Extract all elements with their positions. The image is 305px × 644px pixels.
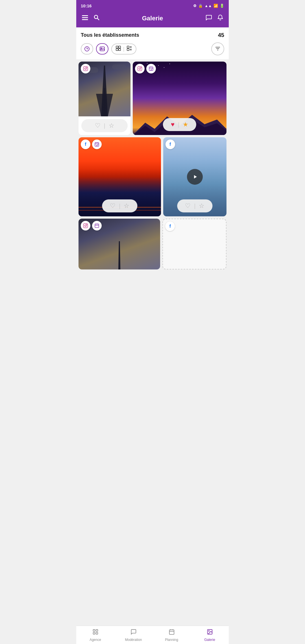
- gallery-card-2: ♥ | ★: [133, 62, 226, 135]
- svg-rect-9: [119, 46, 121, 48]
- svg-rect-12: [127, 46, 129, 48]
- svg-rect-21: [84, 67, 88, 71]
- card-4-like-button[interactable]: ♡: [182, 202, 193, 210]
- bottom-nav: Agence Modération Planning: [76, 626, 229, 644]
- card-4-star-button[interactable]: ☆: [196, 202, 207, 210]
- svg-rect-51: [169, 630, 174, 635]
- card-1-like-button[interactable]: ♡: [92, 121, 103, 130]
- lock-icon: 🔒: [198, 4, 203, 8]
- card-3-actions: ♡ | ☆: [102, 199, 137, 212]
- svg-rect-10: [116, 49, 118, 51]
- calendar-icon-3: [92, 140, 102, 149]
- menu-button[interactable]: [81, 14, 89, 23]
- svg-point-28: [141, 67, 141, 68]
- recent-filter-button[interactable]: [81, 43, 93, 55]
- status-bar: 10:16 ⚙ 🔒 ▲▲ 📶 🔋: [76, 0, 229, 10]
- wifi-icon: ▲▲: [204, 4, 212, 8]
- app-header: Galerie: [76, 10, 229, 27]
- calendar-icon-2: [146, 64, 156, 73]
- planning-label: Planning: [165, 638, 178, 642]
- gallery-grid: ♡ | ☆: [76, 59, 229, 636]
- agence-icon: [92, 629, 99, 637]
- svg-point-56: [208, 630, 209, 631]
- svg-point-23: [86, 67, 87, 68]
- svg-rect-1: [82, 17, 88, 18]
- card-1-icons: [81, 64, 90, 73]
- galerie-icon: [207, 629, 213, 637]
- subheader-top: Tous les établissements 45: [81, 32, 224, 38]
- status-time: 10:16: [81, 3, 91, 8]
- signal-icon: 📶: [213, 4, 218, 8]
- subheader: Tous les établissements 45: [76, 27, 229, 59]
- planning-icon: [169, 629, 175, 637]
- card-4-icons: f: [165, 140, 175, 149]
- gallery-card-1: ♡ | ☆: [79, 62, 130, 135]
- gallery-row-2: f ♡ |: [79, 137, 226, 216]
- card-3-icons: f: [81, 140, 102, 149]
- card-4-actions: ♡ | ☆: [177, 199, 212, 212]
- svg-rect-47: [93, 630, 95, 631]
- gallery-card-5: [79, 219, 160, 269]
- establishments-title: Tous les établissements: [81, 32, 139, 38]
- card-1-star-button[interactable]: ☆: [106, 121, 117, 130]
- gallery-row-3: f: [79, 219, 226, 269]
- gallery-card-3: f ♡ |: [79, 137, 161, 216]
- svg-point-41: [85, 225, 86, 227]
- facebook-icon-6: f: [165, 221, 175, 231]
- svg-rect-0: [82, 15, 88, 16]
- nav-moderation[interactable]: Modération: [114, 626, 152, 644]
- filter-row: |: [81, 42, 224, 59]
- card-2-star-button[interactable]: ★: [180, 120, 191, 129]
- nav-planning[interactable]: Planning: [152, 626, 191, 644]
- svg-marker-39: [194, 175, 197, 179]
- nav-galerie[interactable]: Galerie: [191, 626, 229, 644]
- page-title: Galerie: [104, 15, 201, 22]
- notifications-button[interactable]: [216, 13, 224, 23]
- svg-point-3: [94, 15, 98, 19]
- moderation-icon: [130, 629, 137, 637]
- svg-rect-15: [127, 49, 129, 51]
- gallery-card-6: f: [162, 219, 226, 269]
- search-button[interactable]: [93, 14, 101, 23]
- svg-point-22: [85, 68, 86, 69]
- facebook-icon-4: f: [165, 140, 175, 149]
- card-1-actions: ♡ | ☆: [81, 119, 128, 132]
- grid-view-icon: [116, 46, 121, 52]
- svg-rect-49: [93, 632, 95, 634]
- svg-rect-2: [82, 19, 88, 20]
- svg-rect-40: [84, 224, 88, 228]
- card-2-like-button[interactable]: ♥: [168, 120, 177, 129]
- svg-rect-48: [96, 630, 97, 631]
- card-6-icons: f: [165, 221, 175, 231]
- agence-label: Agence: [90, 638, 101, 642]
- instagram-icon-2: [135, 64, 145, 73]
- sort-button[interactable]: [211, 42, 224, 55]
- svg-point-42: [86, 224, 87, 225]
- galerie-label: Galerie: [204, 638, 215, 642]
- image-filter-button[interactable]: [96, 43, 108, 55]
- card-3-like-button[interactable]: ♡: [107, 202, 118, 210]
- view-toggle-buttons[interactable]: |: [111, 43, 136, 55]
- card-2-icons: [135, 64, 156, 73]
- gallery-row-1: ♡ | ☆: [79, 62, 226, 135]
- chat-button[interactable]: [204, 14, 213, 23]
- battery-icon: 🔋: [220, 4, 224, 8]
- instagram-icon-5: [81, 221, 90, 230]
- svg-rect-8: [116, 46, 118, 48]
- svg-rect-11: [119, 49, 121, 51]
- establishments-count: 45: [218, 32, 224, 38]
- svg-rect-6: [100, 47, 104, 51]
- svg-point-27: [139, 68, 141, 69]
- svg-line-4: [97, 18, 99, 20]
- card-2-actions: ♥ | ★: [163, 118, 196, 131]
- nav-agence[interactable]: Agence: [76, 626, 114, 644]
- card-5-icons: [81, 221, 102, 230]
- calendar-icon-5: [92, 221, 102, 230]
- svg-rect-43: [95, 224, 99, 228]
- svg-marker-25: [96, 94, 113, 116]
- moderation-label: Modération: [125, 638, 142, 642]
- instagram-icon-1: [81, 64, 90, 73]
- play-button-4[interactable]: [187, 169, 203, 185]
- svg-rect-50: [96, 632, 97, 634]
- card-3-star-button[interactable]: ☆: [121, 202, 132, 210]
